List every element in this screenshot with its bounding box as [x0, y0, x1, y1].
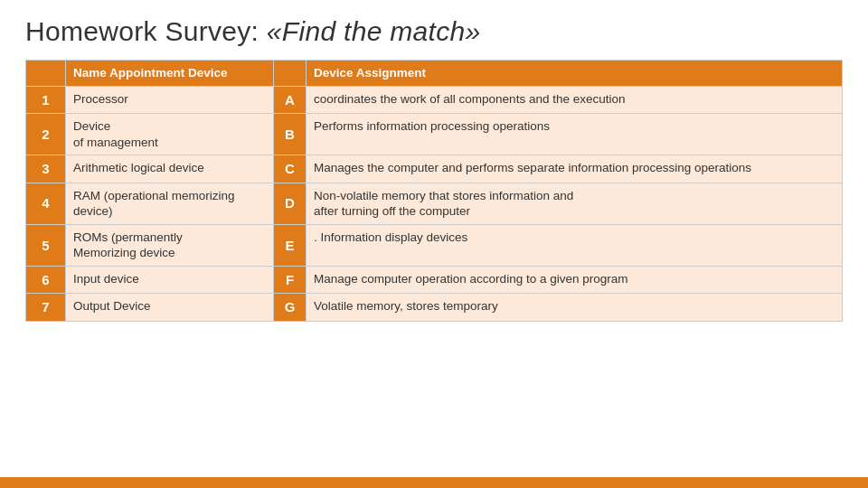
title-main: Homework Survey	[25, 16, 251, 46]
row-device-name: Arithmetic logical device	[66, 155, 274, 183]
header-num-cell	[26, 61, 66, 87]
row-assignment: Manage computer operation according to a…	[307, 266, 843, 294]
table-header-row: Name Appointment Device Device Assignmen…	[26, 61, 843, 87]
table-row: 5ROMs (permanentlyMemorizing deviceE. In…	[26, 224, 843, 266]
page-title: Homework Survey: «Find the match»	[25, 16, 843, 47]
page: Homework Survey: «Find the match» Name A…	[0, 0, 868, 488]
bottom-bar	[0, 477, 868, 488]
header-name-cell: Name Appointment Device	[66, 61, 274, 87]
row-device-name: Processor	[66, 86, 274, 114]
table-row: 1ProcessorA coordinates the work of all …	[26, 86, 843, 114]
row-assignment: . Information display devices	[307, 224, 843, 266]
row-letter: C	[274, 155, 307, 183]
row-assignment: Manages the computer and performs separa…	[307, 155, 843, 183]
row-device-name: Input device	[66, 266, 274, 294]
row-assignment: Performs information processing operatio…	[307, 114, 843, 155]
row-assignment: coordinates the work of all components a…	[307, 86, 843, 114]
match-table: Name Appointment Device Device Assignmen…	[25, 60, 843, 322]
row-device-name: ROMs (permanentlyMemorizing device	[66, 224, 274, 266]
table-row: 2Deviceof managementBPerforms informatio…	[26, 114, 843, 155]
row-assignment: Volatile memory, stores temporary	[307, 294, 843, 322]
row-device-name: RAM (operational memorizing device)	[66, 183, 274, 224]
table-container: Name Appointment Device Device Assignmen…	[25, 60, 843, 322]
row-letter: D	[274, 183, 307, 224]
table-row: 4RAM (operational memorizing device)DNon…	[26, 183, 843, 224]
row-number: 6	[26, 266, 66, 294]
table-row: 6Input deviceFManage computer operation …	[26, 266, 843, 294]
row-number: 2	[26, 114, 66, 155]
row-letter: B	[274, 114, 307, 155]
header-assign-cell: Device Assignment	[307, 61, 843, 87]
row-device-name: Deviceof management	[66, 114, 274, 155]
table-row: 7Output DeviceGVolatile memory, stores t…	[26, 294, 843, 322]
row-assignment: Non-volatile memory that stores informat…	[307, 183, 843, 224]
row-letter: A	[274, 86, 307, 114]
title-subtitle: «Find the match»	[259, 16, 480, 46]
row-number: 4	[26, 183, 66, 224]
row-number: 7	[26, 294, 66, 322]
header-letter-cell	[274, 61, 307, 87]
title-colon: :	[251, 16, 259, 46]
row-letter: G	[274, 294, 307, 322]
row-letter: E	[274, 224, 307, 266]
row-number: 1	[26, 86, 66, 114]
row-number: 3	[26, 155, 66, 183]
table-row: 3Arithmetic logical deviceCManages the c…	[26, 155, 843, 183]
row-number: 5	[26, 224, 66, 266]
row-device-name: Output Device	[66, 294, 274, 322]
row-letter: F	[274, 266, 307, 294]
